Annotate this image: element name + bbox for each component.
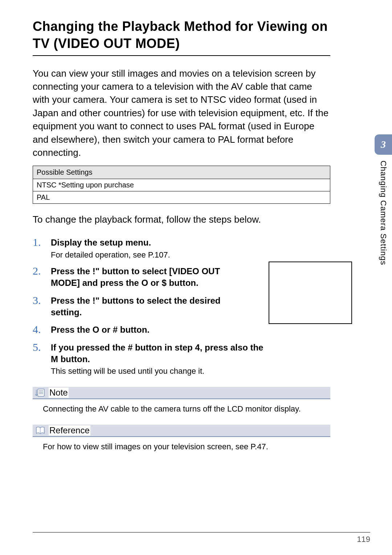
step-number: 2. — [33, 265, 41, 277]
step-sub-text: This setting will be used until you chan… — [51, 366, 330, 376]
step-sub-text: For detailed operation, see P.107. — [51, 250, 330, 260]
settings-row-pal: PAL — [33, 191, 330, 203]
reference-icon — [34, 426, 46, 435]
note-header: Note — [33, 387, 330, 399]
step-main-text: Press the !" buttons to select the desir… — [51, 295, 240, 319]
page-title: Changing the Playback Method for Viewing… — [33, 18, 330, 52]
note-section: Note Connecting the AV cable to the came… — [33, 387, 330, 414]
settings-table-header: Possible Settings — [33, 166, 330, 179]
title-underline — [33, 55, 330, 56]
note-icon — [34, 388, 46, 397]
reference-label: Reference — [49, 425, 90, 436]
step-4: 4. Press the O or # button. — [33, 324, 330, 336]
step-main-text: If you pressed the # button in step 4, p… — [51, 342, 269, 365]
note-body: Connecting the AV cable to the camera tu… — [33, 399, 330, 414]
side-tab: 3 Changing Camera Settings — [375, 134, 392, 265]
note-label: Note — [49, 388, 69, 398]
chapter-label: Changing Camera Settings — [379, 161, 388, 265]
svg-rect-0 — [38, 389, 44, 396]
step-main-text: Press the O or # button. — [51, 324, 330, 336]
reference-body: For how to view still images on your tel… — [33, 437, 330, 451]
step-5: 5. If you pressed the # button in step 4… — [33, 342, 330, 376]
step-number: 3. — [33, 294, 41, 307]
step-number: 1. — [33, 236, 41, 248]
step-1: 1. Display the setup menu. For detailed … — [33, 237, 330, 259]
reference-section: Reference For how to view still images o… — [33, 425, 330, 451]
page-number: 119 — [357, 535, 370, 544]
settings-row-ntsc: NTSC *Setting upon purchase — [33, 179, 330, 191]
step-number: 5. — [33, 341, 41, 353]
step-main-text: Display the setup menu. — [51, 237, 330, 248]
intro-paragraph: You can view your still images and movie… — [33, 67, 330, 159]
footer: 119 — [33, 532, 370, 544]
step-number: 4. — [33, 323, 41, 336]
illustration-placeholder — [269, 262, 352, 324]
instruction-lead: To change the playback format, follow th… — [33, 214, 330, 225]
chapter-number-tab: 3 — [375, 134, 392, 155]
settings-table: Possible Settings NTSC *Setting upon pur… — [33, 166, 330, 204]
reference-header: Reference — [33, 425, 330, 437]
step-main-text: Press the !" button to select [VIDEO OUT… — [51, 266, 240, 289]
